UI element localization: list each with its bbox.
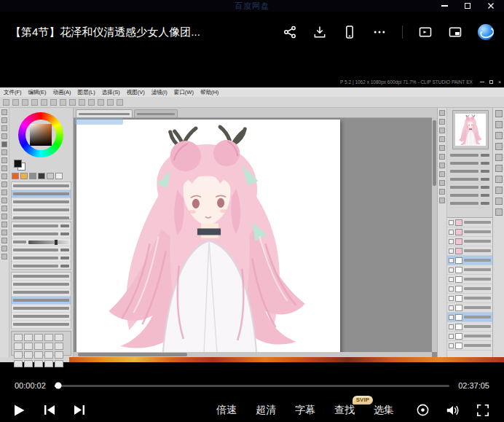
layer-row (447, 218, 492, 227)
brush-list-panel (11, 272, 71, 329)
color-swatch-row (12, 172, 71, 180)
navigator-panel (452, 110, 489, 149)
tool-icon (1, 157, 7, 163)
player-window: 百度网盘 【第4节】花泽和仪清透感少女人像团... (0, 0, 504, 422)
volume-button[interactable] (446, 404, 460, 417)
subtitle-button[interactable]: 字幕 (295, 404, 315, 417)
detail-cell (24, 351, 33, 359)
toolbar-icon (98, 99, 104, 106)
minimize-button[interactable] (433, 0, 456, 12)
panel-row (449, 176, 491, 184)
previous-button[interactable] (44, 405, 55, 415)
canvas-tab-inactive (134, 109, 178, 117)
layer-row (447, 275, 492, 284)
share-button[interactable] (283, 25, 297, 39)
panel-row (12, 297, 71, 305)
layer-row (447, 332, 492, 341)
toolbar-icon (88, 99, 95, 106)
detail-cell (34, 351, 43, 359)
navigator-artwork (455, 114, 486, 146)
volume-icon (446, 404, 460, 417)
toolbar-icon (69, 99, 76, 106)
panel-tab-icon (439, 119, 445, 125)
account-avatar[interactable] (478, 24, 494, 40)
panel-tab-icon (495, 198, 503, 205)
color-swatch (55, 173, 63, 179)
close-icon (487, 2, 495, 9)
canvas (76, 120, 340, 353)
tool-icon (1, 141, 7, 147)
panel-tab-icon (439, 110, 445, 116)
quality-button[interactable]: 超清 (256, 404, 276, 417)
panel-tab-icon (495, 208, 503, 216)
csp-left-panels (9, 108, 74, 357)
csp-window-controls: × (480, 79, 501, 85)
cast-icon (418, 25, 433, 39)
speed-button[interactable]: 倍速 (216, 404, 237, 417)
toolbar-icon (107, 99, 114, 106)
episodes-button[interactable]: 选集 (374, 404, 394, 417)
layer-row (447, 313, 492, 322)
detail-cell (44, 334, 53, 341)
panel-row (12, 182, 71, 190)
next-button[interactable] (74, 405, 85, 415)
progress-row: 00:00:02 02:37:05 (0, 376, 504, 395)
utility-controls (416, 403, 489, 417)
window-title: 百度网盘 (235, 1, 269, 12)
tool-property-panel (11, 222, 71, 270)
share-icon (283, 25, 297, 39)
panel-tab-icon (495, 110, 503, 117)
tool-icon (1, 173, 7, 179)
panel-row (449, 152, 491, 160)
layer-row (447, 294, 492, 303)
maximize-button[interactable] (456, 0, 479, 12)
panel-tab-icon (495, 132, 503, 139)
window-controls (433, 0, 503, 12)
progress-knob[interactable] (55, 383, 62, 389)
csp-close-icon: × (498, 79, 501, 85)
cast-button[interactable] (418, 25, 433, 39)
current-time: 00:00:02 (15, 381, 46, 390)
panel-row (449, 200, 491, 208)
download-icon (312, 25, 327, 39)
video-surface[interactable]: P 5.2 | 1062 x 1080px 600dpi 71.7% - CLI… (0, 52, 504, 376)
more-button[interactable] (372, 25, 387, 39)
find-button[interactable]: 查找 SVIP (334, 404, 355, 417)
tool-icon (1, 198, 7, 203)
play-button[interactable] (13, 404, 25, 417)
layer-row (447, 341, 492, 351)
panel-row (449, 160, 491, 168)
panel-row (449, 168, 491, 176)
toolbar-icon (22, 99, 28, 106)
fullscreen-button[interactable] (476, 404, 489, 417)
menu-layer: 图层(L) (78, 89, 95, 96)
menu-edit: 编辑(E) (28, 89, 47, 96)
transport-controls (13, 404, 85, 417)
panel-row (449, 184, 491, 192)
tool-icon (1, 109, 7, 115)
record-button[interactable] (416, 403, 430, 417)
right-icon-column-inner (437, 108, 446, 357)
panel-tab-icon (495, 176, 503, 183)
right-icon-column-outer (492, 108, 504, 357)
panel-row (12, 238, 71, 246)
layer-row (447, 246, 492, 256)
csp-toolbar (0, 97, 504, 108)
tool-icon (1, 238, 7, 243)
total-duration: 02:37:05 (458, 381, 489, 390)
detail-cell (44, 343, 53, 350)
window-titlebar: 百度网盘 (0, 0, 504, 12)
send-to-phone-button[interactable] (342, 25, 357, 39)
panel-tab-icon (495, 165, 503, 172)
minimize-icon (441, 5, 448, 7)
subtool-detail-panel (11, 331, 71, 356)
download-button[interactable] (312, 25, 327, 39)
main-color-swatch (14, 160, 22, 168)
tool-icon (1, 214, 7, 219)
close-button[interactable] (479, 0, 503, 12)
play-icon (13, 404, 25, 417)
progress-bar[interactable] (55, 385, 449, 387)
tool-icon (1, 222, 7, 227)
mini-player-button[interactable] (448, 25, 462, 39)
pip-icon (448, 25, 462, 39)
